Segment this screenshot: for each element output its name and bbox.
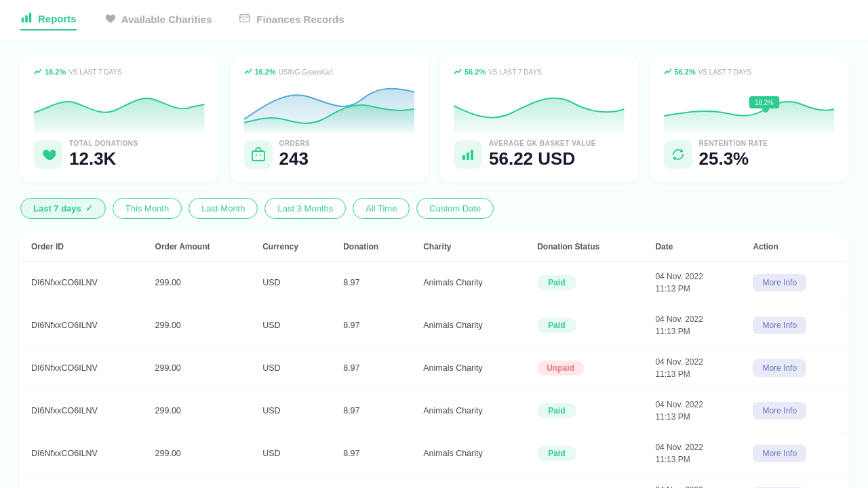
orders-value: 243 [279,148,311,169]
cell-action: More Info [742,475,848,489]
cell-date: 04 Nov. 202211:13 PM [644,304,742,347]
cell-order-id: DI6NfxxCO6ILNV [20,262,144,304]
card-avg-basket: 56.2% VS LAST 7 DAYS AVERAGE GK BASKET [440,56,638,182]
filter-last3months[interactable]: Last 3 Months [264,198,346,219]
cell-action: More Info [742,347,848,390]
cell-currency: USD [252,347,332,390]
cell-currency: USD [252,262,332,304]
card-badge-donations: 16.2% VS LAST 7 DAYS [34,68,205,76]
cell-date: 04 Nov. 202211:13 PM [644,390,742,432]
more-info-button[interactable]: More Info [753,359,806,377]
orders-icon-box [244,140,273,169]
cell-donation: 8.97 [332,475,412,489]
retention-icon-box [664,140,692,169]
donations-label: TOTAL DONATIONS [69,140,138,147]
svg-point-7 [256,155,257,156]
more-info-button[interactable]: More Info [753,274,806,291]
cell-order-id: DI6NfxxCO6ILNV [20,475,144,489]
table-row: DI6NfxxCO6ILNV 299.00 USD 8.97 Animals C… [20,262,848,304]
cell-status: Unpaid [526,347,644,390]
filter-customdate[interactable]: Custom Date [416,198,494,219]
cell-date: 04 Nov. 202211:13 PM [644,432,742,475]
badge-label-basket: VS LAST 7 DAYS [488,68,542,76]
check-icon: ✓ [85,203,93,214]
donations-icon-box [34,140,62,169]
filter-last7-label: Last 7 days [33,203,81,214]
cell-charity: Animals Charity [412,304,526,347]
svg-rect-11 [471,150,473,160]
card-retention: 56.2% VS LAST 7 DAYS 18.2% [650,56,848,182]
status-badge: Paid [537,446,576,461]
more-info-button[interactable]: More Info [753,317,806,334]
cell-currency: USD [252,432,332,475]
table-row: DI6NfxxCO6ILNV 299.00 USD 8.97 Animals C… [20,390,848,432]
badge-value-retention: 56.2% [675,68,696,76]
cell-status: Paid [526,304,644,347]
reports-icon [20,12,33,26]
nav-finances[interactable]: Finances Records [239,12,344,30]
orders-label: ORDERS [279,140,311,147]
cell-order-id: DI6NfxxCO6ILNV [20,390,144,432]
cell-order-id: DI6NfxxCO6ILNV [20,304,144,347]
filter-last7[interactable]: Last 7 days ✓ [20,198,106,219]
card-badge-orders: 16.2% USING GreenKart [244,68,415,76]
cell-charity: Animals Charity [412,262,526,304]
cell-date: 04 Nov. 202211:13 PM [644,475,742,489]
svg-rect-10 [467,152,469,160]
cell-currency: USD [252,304,332,347]
table-row: DI6NfxxCO6ILNV 299.00 USD 8.97 Animals C… [20,347,848,390]
filter-lastmonth[interactable]: Last Month [189,198,258,219]
svg-rect-3 [240,14,250,22]
nav-reports-label: Reports [38,13,77,24]
cell-action: More Info [742,390,848,432]
table-header-row: Order ID Order Amount Currency Donation … [20,232,848,262]
card-orders: 16.2% USING GreenKart [231,56,429,182]
cell-amount: 299.00 [144,262,252,304]
badge-value-orders: 16.2% [255,68,276,76]
col-currency: Currency [252,232,332,262]
filter-customdate-label: Custom Date [429,203,481,214]
orders-table-wrapper: Order ID Order Amount Currency Donation … [20,232,848,488]
cell-action: More Info [742,262,848,304]
col-order-amount: Order Amount [144,232,252,262]
status-badge: Paid [537,318,576,333]
filter-lastmonth-label: Last Month [201,203,245,214]
cell-amount: 299.00 [144,432,252,475]
cell-donation: 8.97 [332,390,412,432]
badge-label-orders: USING GreenKart [279,68,334,76]
filter-thismonth[interactable]: This Month [113,198,182,219]
cell-charity: Animals Charity [412,475,526,489]
cell-date: 04 Nov. 202211:13 PM [644,262,742,304]
svg-rect-9 [462,155,465,160]
nav-finances-label: Finances Records [256,14,344,25]
card-total-donations: 16.2% VS LAST 7 DAYS TOTAL DONATIONS [20,56,218,182]
donations-value: 12.3K [69,148,138,169]
col-status: Donation Status [526,232,644,262]
svg-rect-6 [252,151,264,161]
filter-alltime-label: All Time [366,203,397,214]
col-action: Action [742,232,848,262]
cell-donation: 8.97 [332,304,412,347]
cell-charity: Animals Charity [412,347,526,390]
navigation: Reports Available Charities Finances Rec… [0,0,868,42]
filter-alltime[interactable]: All Time [353,198,410,219]
filter-thismonth-label: This Month [125,203,169,214]
card-stat-retention: RENTENTION RATE 25.3% [664,140,835,169]
cell-status: Paid [526,262,644,304]
cell-amount: 299.00 [144,347,252,390]
nav-charities[interactable]: Available Charities [104,12,212,30]
filter-last3months-label: Last 3 Months [277,203,333,214]
chart-retention: 18.2% [664,79,835,133]
status-badge: Paid [537,275,576,290]
orders-table: Order ID Order Amount Currency Donation … [20,232,848,488]
more-info-button[interactable]: More Info [753,445,806,462]
card-stat-donations: TOTAL DONATIONS 12.3K [34,140,205,169]
cell-amount: 299.00 [144,304,252,347]
cell-amount: 299.00 [144,475,252,489]
col-charity: Charity [412,232,526,262]
nav-reports[interactable]: Reports [20,12,77,30]
more-info-button[interactable]: More Info [753,402,806,420]
cell-currency: USD [252,475,332,489]
table-row: DI6NfxxCO6ILNV 299.00 USD 8.97 Animals C… [20,304,848,347]
col-donation: Donation [332,232,412,262]
